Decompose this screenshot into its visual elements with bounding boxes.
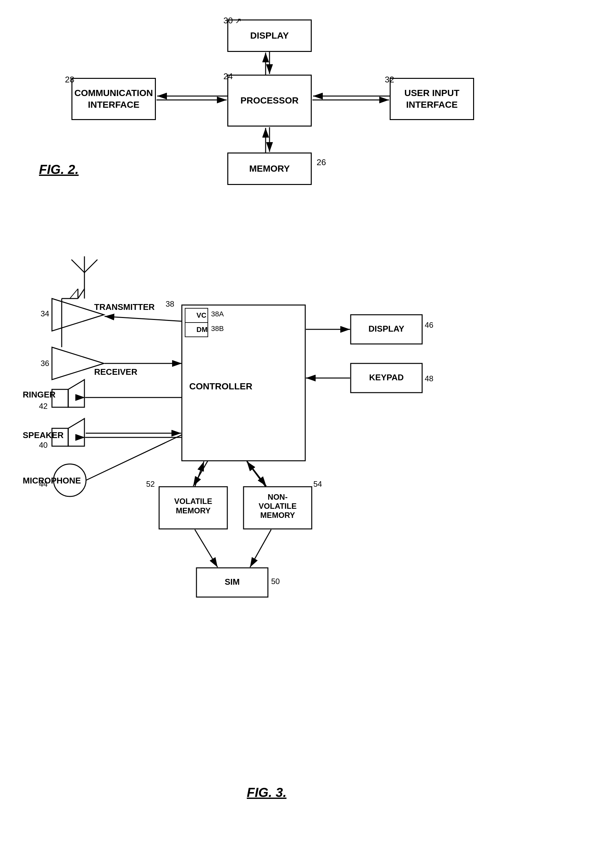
- svg-line-57: [247, 461, 266, 486]
- svg-text:KEYPAD: KEYPAD: [369, 373, 404, 382]
- svg-text:SIM: SIM: [225, 577, 240, 587]
- processor-ref: 24: [223, 71, 233, 82]
- comm-ref: 28: [65, 75, 74, 85]
- memory-ref: 26: [317, 157, 326, 167]
- diagram-container: DISPLAY 30 ↗ PROCESSOR 24 MEMORY 26 COMM…: [0, 0, 603, 868]
- svg-rect-29: [185, 322, 208, 337]
- svg-marker-38: [68, 380, 84, 407]
- svg-line-81: [70, 289, 78, 299]
- svg-text:RINGER: RINGER: [23, 390, 56, 399]
- svg-text:38A: 38A: [211, 310, 224, 318]
- memory-box: MEMORY: [227, 153, 312, 185]
- svg-text:38: 38: [165, 299, 175, 308]
- svg-text:42: 42: [39, 402, 48, 410]
- fig3-label: FIG. 3.: [247, 785, 286, 800]
- svg-rect-31: [351, 315, 422, 344]
- svg-rect-33: [351, 364, 422, 393]
- svg-line-60: [250, 530, 271, 567]
- svg-line-59: [195, 530, 218, 567]
- svg-line-58: [247, 461, 266, 487]
- svg-text:MEMORY: MEMORY: [176, 506, 210, 515]
- svg-line-21: [105, 316, 182, 321]
- svg-line-56: [195, 461, 204, 487]
- svg-rect-46: [159, 487, 227, 529]
- svg-marker-18: [52, 299, 104, 331]
- svg-text:CONTROLLER: CONTROLLER: [189, 381, 252, 391]
- fig2-diagram: DISPLAY 30 ↗ PROCESSOR 24 MEMORY 26 COMM…: [32, 13, 568, 201]
- svg-text:50: 50: [271, 577, 280, 586]
- svg-rect-40: [52, 428, 68, 446]
- svg-line-19: [78, 289, 84, 299]
- svg-text:VOLATILE: VOLATILE: [259, 502, 297, 510]
- svg-text:MICROPHONE: MICROPHONE: [23, 476, 81, 486]
- svg-rect-27: [182, 305, 305, 461]
- fig2-label: FIG. 2.: [39, 162, 79, 177]
- svg-text:SPEAKER: SPEAKER: [23, 430, 63, 440]
- svg-marker-20: [52, 347, 104, 380]
- svg-rect-49: [244, 487, 312, 529]
- svg-rect-53: [196, 568, 268, 597]
- user-input-box: USER INPUT INTERFACE: [390, 78, 474, 120]
- svg-text:48: 48: [425, 374, 433, 383]
- svg-line-55: [193, 461, 208, 486]
- svg-text:NON-: NON-: [267, 493, 288, 501]
- svg-text:38B: 38B: [211, 324, 224, 333]
- svg-text:VOLATILE: VOLATILE: [175, 497, 212, 506]
- svg-text:TRANSMITTER: TRANSMITTER: [94, 302, 155, 312]
- svg-line-15: [71, 260, 84, 273]
- user-input-ref: 32: [385, 75, 394, 85]
- svg-marker-41: [68, 419, 84, 446]
- svg-text:52: 52: [146, 479, 155, 488]
- svg-point-44: [54, 464, 86, 496]
- comm-interface-box: COMMUNICATION INTERFACE: [71, 78, 156, 120]
- svg-text:40: 40: [39, 441, 48, 449]
- processor-box: PROCESSOR: [227, 75, 312, 126]
- fig3-diagram: CONTROLLER DISPLAY KEYPAD: [20, 247, 588, 814]
- svg-line-17: [84, 260, 97, 273]
- svg-text:RECEIVER: RECEIVER: [94, 367, 138, 377]
- svg-text:VC: VC: [196, 311, 207, 319]
- svg-text:DM: DM: [196, 325, 207, 334]
- svg-line-45: [86, 435, 182, 480]
- svg-text:MEMORY: MEMORY: [260, 511, 295, 520]
- svg-text:DISPLAY: DISPLAY: [368, 324, 404, 334]
- svg-rect-28: [185, 308, 208, 322]
- svg-rect-37: [52, 389, 68, 407]
- svg-text:36: 36: [40, 359, 49, 368]
- svg-text:44: 44: [39, 479, 48, 488]
- display-ref: 30 ↗: [223, 15, 241, 26]
- svg-text:46: 46: [425, 321, 433, 329]
- svg-text:34: 34: [40, 309, 49, 318]
- svg-text:54: 54: [313, 479, 322, 488]
